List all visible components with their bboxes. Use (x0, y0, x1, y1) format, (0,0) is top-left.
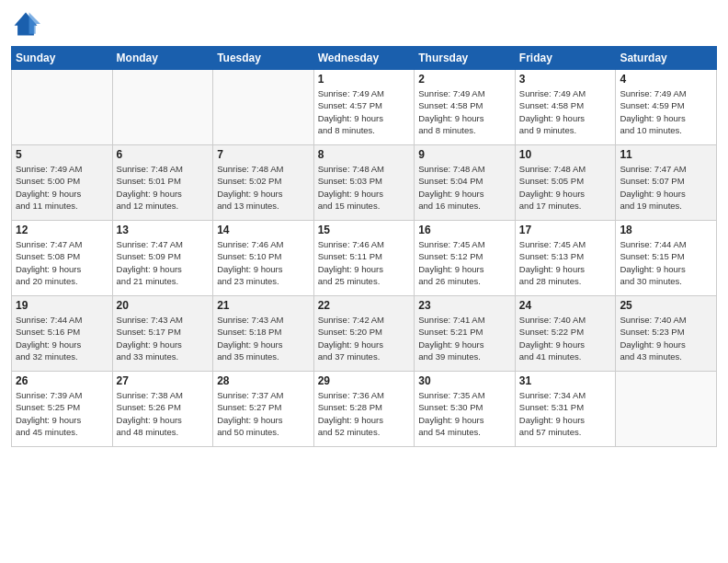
weekday-header-tuesday: Tuesday (213, 47, 314, 70)
day-number: 9 (418, 148, 511, 161)
day-number: 23 (418, 299, 511, 312)
cell-info: Sunrise: 7:49 AM Sunset: 5:00 PM Dayligh… (16, 163, 108, 212)
cell-info: Sunrise: 7:44 AM Sunset: 5:15 PM Dayligh… (620, 238, 712, 287)
header (11, 9, 717, 39)
day-number: 11 (620, 148, 712, 161)
day-number: 15 (318, 224, 411, 236)
day-number: 19 (16, 299, 108, 312)
calendar-cell: 30Sunrise: 7:35 AM Sunset: 5:30 PM Dayli… (415, 372, 516, 447)
weekday-header-wednesday: Wednesday (313, 47, 415, 70)
calendar-cell: 19Sunrise: 7:44 AM Sunset: 5:16 PM Dayli… (12, 296, 113, 372)
calendar-cell: 26Sunrise: 7:39 AM Sunset: 5:25 PM Dayli… (12, 372, 113, 447)
week-row-1: 1Sunrise: 7:49 AM Sunset: 4:57 PM Daylig… (12, 70, 717, 145)
day-number: 28 (217, 374, 310, 387)
calendar-cell (616, 372, 717, 447)
day-number: 2 (418, 73, 511, 86)
calendar-cell: 17Sunrise: 7:45 AM Sunset: 5:13 PM Dayli… (515, 221, 616, 296)
day-number: 10 (519, 148, 612, 161)
day-number: 8 (318, 148, 411, 161)
cell-info: Sunrise: 7:37 AM Sunset: 5:27 PM Dayligh… (217, 389, 310, 438)
calendar-cell: 11Sunrise: 7:47 AM Sunset: 5:07 PM Dayli… (616, 145, 717, 221)
svg-marker-1 (29, 13, 40, 34)
cell-info: Sunrise: 7:49 AM Sunset: 4:57 PM Dayligh… (318, 87, 411, 136)
logo-icon (11, 9, 40, 39)
cell-info: Sunrise: 7:39 AM Sunset: 5:25 PM Dayligh… (16, 389, 108, 438)
weekday-header-saturday: Saturday (616, 47, 717, 70)
day-number: 18 (620, 224, 712, 236)
calendar-cell: 7Sunrise: 7:48 AM Sunset: 5:02 PM Daylig… (213, 145, 314, 221)
cell-info: Sunrise: 7:34 AM Sunset: 5:31 PM Dayligh… (519, 389, 612, 438)
calendar-cell: 1Sunrise: 7:49 AM Sunset: 4:57 PM Daylig… (313, 70, 415, 145)
cell-info: Sunrise: 7:48 AM Sunset: 5:04 PM Dayligh… (418, 163, 511, 212)
calendar-cell (12, 70, 113, 145)
calendar-cell: 28Sunrise: 7:37 AM Sunset: 5:27 PM Dayli… (213, 372, 314, 447)
cell-info: Sunrise: 7:40 AM Sunset: 5:22 PM Dayligh… (519, 314, 612, 362)
calendar: SundayMondayTuesdayWednesdayThursdayFrid… (11, 46, 717, 447)
cell-info: Sunrise: 7:38 AM Sunset: 5:26 PM Dayligh… (117, 389, 210, 438)
day-number: 3 (519, 73, 612, 86)
calendar-cell: 18Sunrise: 7:44 AM Sunset: 5:15 PM Dayli… (616, 221, 717, 296)
calendar-cell: 31Sunrise: 7:34 AM Sunset: 5:31 PM Dayli… (515, 372, 616, 447)
day-number: 16 (418, 224, 511, 236)
week-row-4: 19Sunrise: 7:44 AM Sunset: 5:16 PM Dayli… (12, 296, 717, 372)
day-number: 17 (519, 224, 612, 236)
day-number: 22 (318, 299, 411, 312)
cell-info: Sunrise: 7:43 AM Sunset: 5:17 PM Dayligh… (117, 314, 210, 362)
calendar-cell: 6Sunrise: 7:48 AM Sunset: 5:01 PM Daylig… (112, 145, 213, 221)
cell-info: Sunrise: 7:48 AM Sunset: 5:05 PM Dayligh… (519, 163, 612, 212)
calendar-cell: 10Sunrise: 7:48 AM Sunset: 5:05 PM Dayli… (515, 145, 616, 221)
cell-info: Sunrise: 7:42 AM Sunset: 5:20 PM Dayligh… (318, 314, 411, 362)
cell-info: Sunrise: 7:49 AM Sunset: 4:58 PM Dayligh… (418, 87, 511, 136)
cell-info: Sunrise: 7:35 AM Sunset: 5:30 PM Dayligh… (418, 389, 511, 438)
day-number: 1 (318, 73, 411, 86)
cell-info: Sunrise: 7:47 AM Sunset: 5:07 PM Dayligh… (620, 163, 712, 212)
cell-info: Sunrise: 7:44 AM Sunset: 5:16 PM Dayligh… (16, 314, 108, 362)
cell-info: Sunrise: 7:49 AM Sunset: 4:59 PM Dayligh… (620, 87, 712, 136)
week-row-3: 12Sunrise: 7:47 AM Sunset: 5:08 PM Dayli… (12, 221, 717, 296)
week-row-5: 26Sunrise: 7:39 AM Sunset: 5:25 PM Dayli… (12, 372, 717, 447)
day-number: 5 (16, 148, 108, 161)
cell-info: Sunrise: 7:48 AM Sunset: 5:03 PM Dayligh… (318, 163, 411, 212)
day-number: 31 (519, 374, 612, 387)
cell-info: Sunrise: 7:48 AM Sunset: 5:02 PM Dayligh… (217, 163, 310, 212)
calendar-cell: 14Sunrise: 7:46 AM Sunset: 5:10 PM Dayli… (213, 221, 314, 296)
day-number: 4 (620, 73, 712, 86)
day-number: 30 (418, 374, 511, 387)
day-number: 12 (16, 224, 108, 236)
cell-info: Sunrise: 7:48 AM Sunset: 5:01 PM Dayligh… (117, 163, 210, 212)
calendar-cell: 2Sunrise: 7:49 AM Sunset: 4:58 PM Daylig… (415, 70, 516, 145)
logo (11, 9, 44, 39)
calendar-cell: 29Sunrise: 7:36 AM Sunset: 5:28 PM Dayli… (313, 372, 415, 447)
calendar-cell: 8Sunrise: 7:48 AM Sunset: 5:03 PM Daylig… (313, 145, 415, 221)
calendar-cell: 23Sunrise: 7:41 AM Sunset: 5:21 PM Dayli… (415, 296, 516, 372)
cell-info: Sunrise: 7:47 AM Sunset: 5:09 PM Dayligh… (117, 238, 210, 287)
calendar-cell: 22Sunrise: 7:42 AM Sunset: 5:20 PM Dayli… (313, 296, 415, 372)
day-number: 25 (620, 299, 712, 312)
cell-info: Sunrise: 7:47 AM Sunset: 5:08 PM Dayligh… (16, 238, 108, 287)
calendar-cell: 12Sunrise: 7:47 AM Sunset: 5:08 PM Dayli… (12, 221, 113, 296)
day-number: 29 (318, 374, 411, 387)
calendar-cell: 5Sunrise: 7:49 AM Sunset: 5:00 PM Daylig… (12, 145, 113, 221)
weekday-header-row: SundayMondayTuesdayWednesdayThursdayFrid… (12, 47, 717, 70)
calendar-cell (213, 70, 314, 145)
day-number: 7 (217, 148, 310, 161)
day-number: 13 (117, 224, 210, 236)
calendar-cell: 9Sunrise: 7:48 AM Sunset: 5:04 PM Daylig… (415, 145, 516, 221)
weekday-header-sunday: Sunday (12, 47, 113, 70)
weekday-header-monday: Monday (112, 47, 213, 70)
cell-info: Sunrise: 7:46 AM Sunset: 5:10 PM Dayligh… (217, 238, 310, 287)
weekday-header-friday: Friday (515, 47, 616, 70)
day-number: 27 (117, 374, 210, 387)
day-number: 6 (117, 148, 210, 161)
calendar-cell: 25Sunrise: 7:40 AM Sunset: 5:23 PM Dayli… (616, 296, 717, 372)
weekday-header-thursday: Thursday (415, 47, 516, 70)
day-number: 21 (217, 299, 310, 312)
calendar-cell: 27Sunrise: 7:38 AM Sunset: 5:26 PM Dayli… (112, 372, 213, 447)
day-number: 26 (16, 374, 108, 387)
calendar-cell: 24Sunrise: 7:40 AM Sunset: 5:22 PM Dayli… (515, 296, 616, 372)
calendar-cell: 21Sunrise: 7:43 AM Sunset: 5:18 PM Dayli… (213, 296, 314, 372)
calendar-cell (112, 70, 213, 145)
calendar-cell: 20Sunrise: 7:43 AM Sunset: 5:17 PM Dayli… (112, 296, 213, 372)
calendar-cell: 15Sunrise: 7:46 AM Sunset: 5:11 PM Dayli… (313, 221, 415, 296)
cell-info: Sunrise: 7:46 AM Sunset: 5:11 PM Dayligh… (318, 238, 411, 287)
